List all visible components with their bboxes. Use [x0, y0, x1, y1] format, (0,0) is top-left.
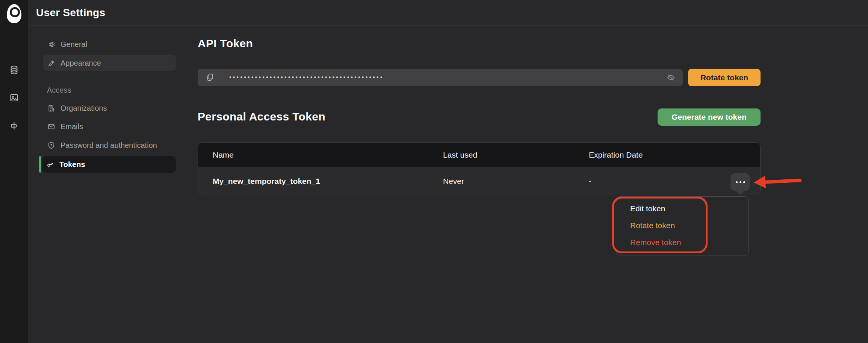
token-last-used-cell: Never: [443, 177, 589, 186]
logo-ring-icon: [10, 7, 20, 17]
eye-off-icon[interactable]: [666, 73, 676, 82]
tokens-table: Name Last used Expiration Date My_new_te…: [198, 142, 761, 195]
rotate-token-button[interactable]: Rotate token: [688, 69, 761, 86]
user-settings-page: { "topbar": { "title": "User Settings" }…: [0, 0, 868, 343]
token-name-cell: My_new_temporaty_token_1: [198, 177, 443, 186]
masked-token-value: ••••••••••••••••••••••••••••••••••••••••…: [229, 69, 384, 86]
menu-item-rotate-token[interactable]: Rotate token: [630, 220, 749, 231]
sidebar-item-label: Organizations: [60, 104, 107, 113]
section-divider: [198, 60, 761, 60]
sidebar-item-organizations[interactable]: Organizations: [43, 100, 176, 116]
generate-new-token-button[interactable]: Generate new token: [658, 108, 761, 126]
app-rail: [0, 0, 28, 343]
key-icon: [46, 160, 54, 169]
menu-item-remove-token[interactable]: Remove token: [630, 237, 749, 248]
api-token-heading: API Token: [198, 36, 253, 51]
api-token-field[interactable]: ••••••••••••••••••••••••••••••••••••••••…: [198, 69, 683, 86]
row-actions-dropdown: Edit token Rotate token Remove token: [616, 196, 749, 256]
building-icon: [47, 104, 56, 113]
shield-icon: [47, 141, 56, 150]
sidebar-item-appearance[interactable]: Appearance: [43, 55, 176, 71]
images-icon[interactable]: [9, 93, 19, 103]
sidebar-item-emails[interactable]: Emails: [43, 118, 176, 135]
column-header-last-used: Last used: [443, 150, 589, 159]
signpost-icon[interactable]: [9, 121, 19, 131]
section-divider: [198, 132, 761, 132]
sidebar-item-label: Emails: [60, 122, 83, 131]
nav-divider: [36, 77, 184, 77]
envelope-icon: [47, 122, 56, 131]
table-row[interactable]: My_new_temporaty_token_1 Never -: [198, 167, 760, 195]
ellipsis-icon: [736, 181, 738, 183]
copy-icon[interactable]: [205, 72, 215, 82]
active-nav-indicator: [39, 156, 41, 173]
ellipsis-icon: [739, 181, 741, 183]
sidebar-item-password[interactable]: Password and authentication: [43, 137, 176, 153]
table-header-row: Name Last used Expiration Date: [198, 143, 760, 167]
sidebar-item-label: General: [60, 40, 87, 49]
top-bar: User Settings: [28, 0, 868, 26]
sidebar-item-general[interactable]: General: [43, 36, 176, 53]
personal-access-token-heading: Personal Access Token: [198, 109, 325, 124]
gear-icon: [47, 40, 56, 49]
page-title: User Settings: [36, 0, 105, 26]
sidebar-item-tokens[interactable]: Tokens: [42, 156, 176, 173]
ellipsis-icon: [743, 181, 745, 183]
annotation-arrow: [753, 174, 803, 189]
nav-section-access: Access: [47, 86, 71, 95]
arrow-shaft: [764, 179, 801, 184]
menu-item-edit-token[interactable]: Edit token: [630, 203, 749, 214]
database-icon[interactable]: [9, 65, 19, 75]
sidebar-item-label: Appearance: [60, 59, 101, 68]
column-header-expiration-date: Expiration Date: [589, 150, 760, 159]
paintbrush-icon: [47, 59, 56, 68]
sidebar-item-label: Tokens: [59, 160, 85, 169]
app-logo[interactable]: [7, 4, 21, 23]
column-header-name: Name: [198, 150, 443, 159]
sidebar-item-label: Password and authentication: [60, 141, 157, 150]
